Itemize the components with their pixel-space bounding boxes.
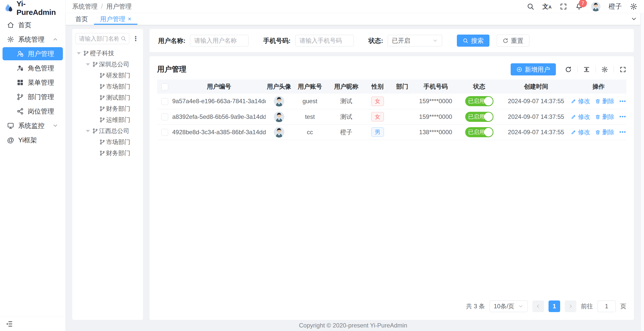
status-select[interactable]: 已开启: [388, 35, 442, 46]
prev-page-button[interactable]: [532, 300, 544, 312]
edit-button[interactable]: 修改: [571, 113, 590, 121]
page-size-select[interactable]: 10条/页: [489, 300, 528, 312]
tree-node[interactable]: 江西总公司: [75, 125, 140, 136]
sidebar-item-role-management[interactable]: 角色管理: [3, 62, 63, 75]
next-page-button[interactable]: [565, 300, 576, 312]
user-table-card: 用户管理 新增用户: [150, 56, 634, 320]
caret-down-icon[interactable]: [77, 52, 81, 54]
main-area: 系统管理 / 用户管理 文A 7 橙子 首: [66, 0, 644, 331]
divider: [577, 66, 578, 73]
sidebar-item-dept-management[interactable]: 部门管理: [3, 90, 63, 103]
sidebar: Yi-PureAdmin 首页 系统管理 用户管理 角色管理 菜单: [0, 0, 66, 331]
tree-node[interactable]: 研发部门: [75, 70, 140, 81]
tab-menu-button[interactable]: [627, 13, 640, 25]
tree-node[interactable]: 财务部门: [75, 103, 140, 114]
col-actions: 操作: [571, 79, 626, 94]
breadcrumb-item[interactable]: 系统管理: [72, 2, 97, 11]
tab-home[interactable]: 首页: [69, 13, 94, 25]
sidebar-item-post-management[interactable]: 岗位管理: [3, 105, 63, 118]
select-all-checkbox[interactable]: [161, 84, 168, 90]
caret-down-icon[interactable]: [86, 63, 90, 66]
row-density-icon[interactable]: [583, 66, 590, 73]
tree-node[interactable]: 市场部门: [75, 136, 140, 148]
phone-filter-input[interactable]: [295, 35, 354, 46]
table-fullscreen-icon[interactable]: [620, 66, 626, 73]
search-icon: [463, 38, 468, 44]
avatar[interactable]: [591, 2, 601, 11]
username-filter-input[interactable]: [190, 35, 249, 46]
more-actions-button[interactable]: •••: [619, 98, 626, 104]
translate-icon[interactable]: 文A: [542, 4, 552, 10]
tree-node[interactable]: 深圳总公司: [75, 59, 140, 70]
user-avatar: [274, 127, 284, 137]
status-toggle[interactable]: 已启用: [465, 127, 493, 137]
trash-icon: [595, 129, 601, 135]
caret-down-icon[interactable]: [86, 130, 90, 132]
scrollbar[interactable]: [640, 13, 644, 331]
tab-user-management[interactable]: 用户管理 ×: [94, 13, 137, 25]
tree-more-menu-icon[interactable]: ⋮: [131, 37, 140, 40]
tree-node[interactable]: 市场部门: [75, 81, 140, 92]
settings-gear-icon[interactable]: [630, 3, 637, 10]
column-settings-gear-icon[interactable]: [601, 66, 608, 73]
tree-node[interactable]: 财务部门: [75, 148, 140, 159]
copyright-footer: Copyright © 2020-present Yi-PureAdmin: [72, 320, 634, 331]
branch-icon: [100, 84, 105, 89]
edit-button[interactable]: 修改: [571, 97, 590, 105]
breadcrumb: 系统管理 / 用户管理: [72, 2, 132, 11]
delete-button[interactable]: 删除: [595, 113, 614, 121]
logo[interactable]: Yi-PureAdmin: [0, 0, 65, 16]
notifications-button[interactable]: 7: [575, 3, 583, 10]
cell-account: guest: [292, 94, 328, 109]
cell-user-id: 9a57a4e8-e196-663a-7841-3a14dd60f4ca: [172, 94, 266, 109]
page-number-button[interactable]: 1: [549, 300, 560, 312]
col-user-id: 用户编号: [172, 79, 266, 94]
sidebar-menu: 首页 系统管理 用户管理 角色管理 菜单管理 部门管理: [0, 16, 65, 316]
user-avatar: [274, 112, 284, 122]
collapse-sidebar-icon[interactable]: [6, 320, 13, 328]
trash-icon: [595, 98, 601, 104]
chevron-down-icon: [432, 38, 438, 43]
reset-button[interactable]: 重置: [497, 35, 529, 47]
add-user-button[interactable]: 新增用户: [511, 63, 556, 75]
goto-page-input[interactable]: [598, 300, 616, 312]
row-checkbox[interactable]: [161, 98, 168, 105]
sidebar-item-menu-management[interactable]: 菜单管理: [3, 76, 63, 89]
tree-node[interactable]: 运维部门: [75, 114, 140, 125]
search-icon[interactable]: [527, 3, 534, 10]
pagination: 共 3 条 10条/页 1: [157, 296, 626, 320]
search-button[interactable]: 搜索: [457, 35, 489, 47]
fullscreen-icon[interactable]: [560, 3, 567, 10]
topbar: 系统管理 / 用户管理 文A 7 橙子: [66, 0, 644, 13]
col-status: 状态: [457, 79, 501, 94]
breadcrumb-item[interactable]: 用户管理: [106, 2, 132, 11]
sidebar-item-system-monitor[interactable]: 系统监控: [3, 119, 63, 132]
sidebar-item-user-management[interactable]: 用户管理: [3, 47, 63, 60]
col-dept: 部门: [390, 79, 414, 94]
sidebar-item-label: 角色管理: [28, 64, 54, 73]
tree-node[interactable]: 橙子科技: [75, 48, 140, 59]
close-tab-icon[interactable]: ×: [128, 15, 131, 22]
delete-button[interactable]: 删除: [595, 128, 614, 136]
status-select-value: 已开启: [392, 37, 410, 45]
tree-node-label: 运维部门: [106, 116, 130, 124]
username[interactable]: 橙子: [609, 2, 622, 11]
cell-account: cc: [292, 124, 328, 140]
more-actions-button[interactable]: •••: [619, 114, 626, 120]
edit-button[interactable]: 修改: [571, 128, 590, 136]
more-actions-button[interactable]: •••: [619, 129, 626, 135]
row-checkbox[interactable]: [161, 129, 168, 136]
branch-icon: [100, 150, 105, 156]
row-checkbox[interactable]: [161, 114, 168, 120]
goto-unit-label: 页: [620, 302, 626, 310]
sidebar-item-yi-framework[interactable]: @ Yi框架: [3, 133, 63, 147]
status-toggle[interactable]: 已启用: [465, 96, 493, 106]
refresh-table-icon[interactable]: [565, 66, 572, 73]
delete-button[interactable]: 删除: [595, 97, 614, 105]
status-toggle[interactable]: 已启用: [465, 112, 493, 122]
cell-account: test: [292, 109, 328, 124]
sidebar-item-system-management[interactable]: 系统管理: [3, 33, 63, 46]
branch-icon: [17, 93, 24, 100]
sidebar-item-home[interactable]: 首页: [3, 18, 63, 32]
tree-node[interactable]: 测试部门: [75, 92, 140, 103]
